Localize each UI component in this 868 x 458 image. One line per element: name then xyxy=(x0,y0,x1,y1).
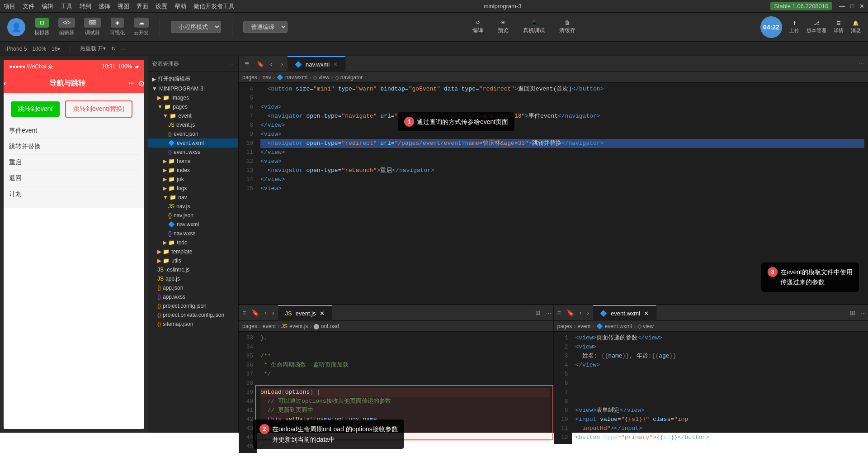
file-nav-json[interactable]: {} nav.json xyxy=(148,211,238,220)
pane-split-button[interactable]: ⊞ xyxy=(533,308,542,317)
folder-logs[interactable]: ▶ 📁 logs xyxy=(148,184,238,193)
compile-button[interactable]: ↺ 编译 xyxy=(472,19,483,34)
pane-forward-button-r[interactable]: › xyxy=(585,308,591,317)
pane-r-line-7 xyxy=(576,388,865,397)
cloud-button[interactable]: ☁ 云开发 xyxy=(134,18,149,36)
pane-back-button[interactable]: ‹ xyxy=(263,308,269,317)
file-sitemap[interactable]: {} sitemap.json xyxy=(148,320,238,329)
phone-btn-jump[interactable]: 跳转到event xyxy=(11,101,60,117)
phone-btn-jump-replace[interactable]: 跳转到event(替换) xyxy=(65,100,133,118)
file-nav-wxml[interactable]: 🔷 nav.wxml xyxy=(148,220,238,229)
file-project-private[interactable]: {} project.private.config.json xyxy=(148,310,238,320)
folder-jok[interactable]: ▶ 📁 jok xyxy=(148,175,238,184)
clear-cache-button[interactable]: 🗑 清缓存 xyxy=(559,19,576,34)
menu-item-help[interactable]: 帮助 xyxy=(175,2,186,10)
maximize-button[interactable]: □ xyxy=(850,3,854,10)
file-app-json[interactable]: {} app.json xyxy=(148,283,238,292)
pane-bookmark-button-r[interactable]: 🔖 xyxy=(565,308,576,317)
nav-forward-icon[interactable]: › xyxy=(277,61,288,67)
folder-index[interactable]: ▶ 📁 index xyxy=(148,166,238,175)
simulator-button[interactable]: ⊡ 模拟器 xyxy=(34,18,49,36)
folder-todo[interactable]: ▶ 📁 todo xyxy=(148,238,238,247)
folder-icon-template: ▶ 📁 xyxy=(157,248,170,255)
pane-more-button[interactable]: ··· xyxy=(544,308,553,317)
pane-tab-eventjs[interactable]: JS event.js ✕ xyxy=(278,305,332,321)
details-button[interactable]: ☰ 详情 xyxy=(834,20,844,34)
pane-menu-button[interactable]: ≡ xyxy=(241,308,248,317)
scale-select[interactable]: 16▾ xyxy=(52,46,60,52)
visualize-button[interactable]: ◈ 可视化 xyxy=(110,18,125,36)
pb-wxml-icon-r: 🔷 xyxy=(596,323,603,329)
menu-item-settings[interactable]: 设置 xyxy=(156,2,167,10)
more-options-button[interactable]: ··· xyxy=(121,46,126,52)
wxml-tab-icon-r: 🔷 xyxy=(600,310,607,317)
version-mgr-button[interactable]: ⎇ 版本管理 xyxy=(807,20,826,34)
hotreload-toggle[interactable]: 热重载 开▾ xyxy=(80,45,106,52)
phone-close-icon[interactable]: ⊙ xyxy=(138,79,144,88)
pane-more-button-r[interactable]: ··· xyxy=(859,308,868,317)
folder-home[interactable]: ▶ 📁 home xyxy=(148,157,238,166)
pane-tab-close-button[interactable]: ✕ xyxy=(320,310,325,317)
editor-button[interactable]: </> 编辑器 xyxy=(58,18,75,36)
pane-menu-button-r[interactable]: ≡ xyxy=(556,308,563,317)
notifications-button[interactable]: 🔔 消息 xyxy=(851,20,861,34)
nav-back-icon[interactable]: ‹ xyxy=(266,61,277,67)
menu-item-devtools[interactable]: 微信开发者工具 xyxy=(193,2,235,10)
file-event-wxml[interactable]: 🔷 event.wxml xyxy=(148,138,238,148)
pane-forward-button[interactable]: › xyxy=(270,308,276,317)
zoom-level: 100% xyxy=(32,46,46,52)
folder-utils[interactable]: ▶ 📁 utils xyxy=(148,256,238,265)
folder-pages[interactable]: ▼ 📁 pages xyxy=(148,102,238,111)
file-project-config[interactable]: {} project.config.json xyxy=(148,301,238,310)
annotation-3-content: 3 在event的模板文件中使用传递过来的参数 xyxy=(768,267,853,287)
menu-item-tools[interactable]: 工具 xyxy=(61,2,72,10)
folder-images[interactable]: ▶ 📁 images xyxy=(148,93,238,102)
simulator-panel: ●●●●● WeChat 奈 10:31 100% ▰ ‹ 导航与跳转 ··· … xyxy=(0,56,148,458)
menu-item-file[interactable]: 文件 xyxy=(23,2,34,10)
translator-select[interactable]: 普通编译 xyxy=(243,21,288,33)
upload-button[interactable]: ⬆ 上传 xyxy=(789,20,799,34)
pane-tab-close-r[interactable]: ✕ xyxy=(644,310,649,317)
folder-event[interactable]: ▼ 📁 event xyxy=(148,111,238,120)
pane-toolbar-left: ≡ 🔖 ‹ › xyxy=(239,308,278,317)
menu-item-goto[interactable]: 转到 xyxy=(80,2,91,10)
file-app-wxss[interactable]: {} app.wxss xyxy=(148,292,238,301)
explorer-more-icon[interactable]: ··· xyxy=(230,61,235,67)
minimize-button[interactable]: — xyxy=(839,3,845,10)
phone-menu-icon[interactable]: ··· xyxy=(129,79,135,88)
phone-back-icon[interactable]: ‹ xyxy=(4,79,6,87)
tab-close-button[interactable]: ✕ xyxy=(333,61,338,67)
file-event-json[interactable]: {} event.json xyxy=(148,129,238,138)
editor-more-button[interactable]: ··· xyxy=(859,60,868,68)
file-event-wxss[interactable]: {} event.wxss xyxy=(148,148,238,157)
mode-select[interactable]: 小程序模式 xyxy=(171,21,221,33)
preview-button[interactable]: 👁 预览 xyxy=(498,19,509,34)
js-icon: JS xyxy=(168,122,175,128)
pane-toolbar-right: ≡ 🔖 ‹ › xyxy=(554,308,593,317)
close-button[interactable]: ✕ xyxy=(859,3,864,10)
file-nav-wxss[interactable]: {} nav.wxss xyxy=(148,229,238,238)
file-app-js[interactable]: JS app.js xyxy=(148,274,238,283)
debugger-button[interactable]: ⌨ 调试器 xyxy=(84,18,101,36)
file-nav-js[interactable]: JS nav.js xyxy=(148,202,238,211)
open-editors-item[interactable]: ▶ 打开的编辑器 xyxy=(148,74,238,84)
refresh-button[interactable]: ↻ xyxy=(111,46,116,52)
tab-nav-wxml[interactable]: 🔷 nav.wxml ✕ xyxy=(288,56,345,72)
menu-item-view[interactable]: 视图 xyxy=(118,2,129,10)
folder-template[interactable]: ▶ 📁 template xyxy=(148,247,238,256)
code-line-15: <view> xyxy=(260,184,864,193)
menu-item-project[interactable]: 项目 xyxy=(4,2,15,10)
file-eslintrc[interactable]: JS .eslintrc.js xyxy=(148,265,238,274)
project-root-item[interactable]: ▼ MINIPROGRAM-3 xyxy=(148,84,238,93)
file-event-js[interactable]: JS event.js xyxy=(148,120,238,129)
folder-nav[interactable]: ▼ 📁 nav xyxy=(148,193,238,202)
menu-item-edit[interactable]: 编辑 xyxy=(42,2,53,10)
pane-bookmark-button[interactable]: 🔖 xyxy=(250,308,261,317)
wxml-icon: 🔷 xyxy=(168,140,175,146)
menu-item-interface[interactable]: 界面 xyxy=(137,2,148,10)
pane-split-button-r[interactable]: ⊞ xyxy=(848,308,857,317)
pane-back-button-r[interactable]: ‹ xyxy=(578,308,584,317)
real-debug-button[interactable]: 📱 真机调试 xyxy=(523,19,545,34)
pane-tab-eventwxml[interactable]: 🔷 event.wxml ✕ xyxy=(593,305,656,321)
menu-item-select[interactable]: 选择 xyxy=(99,2,110,10)
